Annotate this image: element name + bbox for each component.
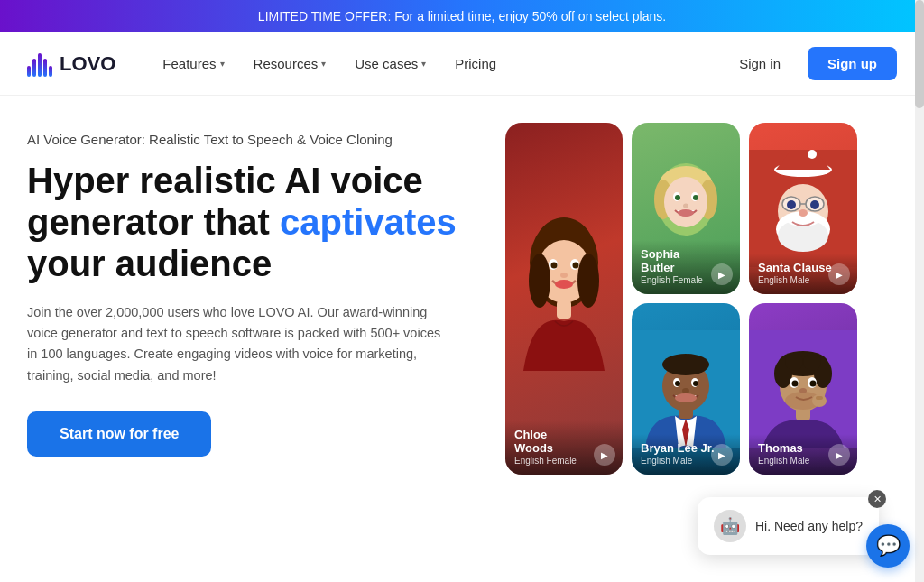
navbar: LOVO Features ▾ Resources ▾ Use cases ▾ … [0,32,924,96]
svg-point-32 [682,388,689,393]
svg-point-30 [693,381,698,386]
nav-actions: Sign in Sign up [723,47,897,80]
voice-card-bryan[interactable]: Bryan Lee Jr. English Male ▶ [632,303,740,475]
nav-links: Features ▾ Resources ▾ Use cases ▾ Prici… [152,49,723,79]
nav-features[interactable]: Features ▾ [152,49,235,79]
nav-pricing[interactable]: Pricing [444,49,507,79]
scrollbar-thumb[interactable] [915,0,924,108]
promo-banner: LIMITED TIME OFFER: For a limited time, … [0,0,924,32]
svg-point-43 [787,200,796,209]
svg-rect-61 [816,396,823,400]
svg-rect-10 [557,300,571,319]
svg-point-21 [683,204,688,208]
thomas-portrait [749,330,857,448]
svg-point-44 [810,200,819,209]
chloe-portrait [505,163,623,434]
hero-title: Hyper realistic AI voice generator that … [27,160,478,284]
hero-subtitle: AI Voice Generator: Realistic Text to Sp… [27,132,478,147]
chat-avatar: 🤖 [714,510,746,542]
hero-text: AI Voice Generator: Realistic Text to Sp… [27,123,478,457]
svg-point-3 [578,254,599,308]
nav-resources[interactable]: Resources ▾ [243,49,337,79]
chat-message: Hi. Need any help? [755,519,863,533]
santa-portrait [749,150,857,267]
voice-card-santa[interactable]: Santa Clause English Male ▶ [749,123,857,294]
svg-point-54 [803,353,821,371]
svg-point-31 [675,393,697,402]
logo-text: LOVO [60,52,116,76]
play-button-bryan[interactable]: ▶ [711,444,733,466]
svg-point-26 [662,354,709,375]
nav-use-cases[interactable]: Use cases ▾ [344,49,437,79]
play-button-santa[interactable]: ▶ [828,263,850,285]
voice-card-sophia[interactable]: SophiaButler English Female ▶ [632,123,740,294]
svg-point-20 [678,209,694,217]
play-button-sophia[interactable]: ▶ [711,263,733,285]
svg-point-6 [551,263,558,269]
svg-point-46 [799,209,808,217]
chevron-down-icon: ▾ [321,59,326,69]
voice-col-1: ChloeWoods English Female ▶ [505,123,623,475]
svg-point-19 [693,195,698,200]
hero-section: AI Voice Generator: Realistic Text to Sp… [0,96,924,493]
scrollbar[interactable] [915,0,924,582]
voice-col-2: SophiaButler English Female ▶ [632,123,740,475]
svg-point-18 [675,195,680,200]
svg-point-53 [785,353,803,371]
play-button-chloe[interactable]: ▶ [594,444,615,466]
cta-button[interactable]: Start now for free [27,411,211,457]
logo[interactable]: LOVO [27,51,116,77]
svg-point-9 [555,280,573,289]
chevron-down-icon: ▾ [421,59,426,69]
hero-title-part2: your audience [27,244,272,283]
chat-bubble: 🤖 Hi. Need any help? ✕ [698,497,879,555]
chat-close-button[interactable]: ✕ [868,490,886,508]
svg-point-7 [573,263,579,269]
svg-point-29 [675,381,680,386]
voice-card-thomas[interactable]: Thomas English Male ▶ [749,303,857,475]
svg-point-62 [799,388,807,393]
signin-button[interactable]: Sign in [723,49,797,79]
svg-point-8 [560,273,568,278]
voice-col-3: Santa Clause English Male ▶ [749,123,857,475]
svg-point-58 [792,381,799,387]
hero-title-highlight: captivates [280,202,457,242]
svg-point-2 [529,254,550,308]
svg-point-36 [808,150,817,159]
chat-icon-button[interactable]: 💬 [866,524,910,568]
hero-description: Join the over 2,000,000 users who love L… [27,302,442,386]
voice-card-chloe[interactable]: ChloeWoods English Female ▶ [505,123,623,475]
bryan-portrait [632,330,740,448]
logo-icon [27,51,52,77]
svg-point-15 [664,177,707,227]
chat-icon: 💬 [876,534,901,558]
voice-grid: ChloeWoods English Female ▶ [505,123,897,475]
play-button-thomas[interactable]: ▶ [828,444,850,466]
svg-point-59 [810,381,817,387]
chevron-down-icon: ▾ [220,59,225,69]
banner-text: LIMITED TIME OFFER: For a limited time, … [258,9,666,23]
signup-button[interactable]: Sign up [808,47,897,80]
